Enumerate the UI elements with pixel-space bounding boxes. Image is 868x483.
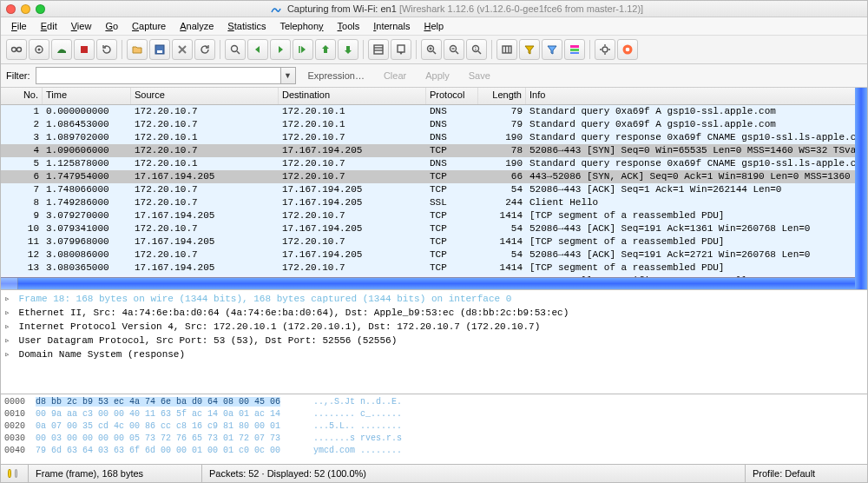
packet-row[interactable]: 21.086453000172.20.10.7172.20.10.1DNS79S… xyxy=(1,118,867,131)
cell-dst: 17.167.194.205 xyxy=(279,143,426,157)
menu-analyze[interactable]: Analyze xyxy=(174,19,219,33)
tree-toggle-icon[interactable]: ▹ xyxy=(4,347,13,361)
go-last-icon[interactable] xyxy=(338,39,358,60)
svg-rect-7 xyxy=(157,50,162,53)
tree-toggle-icon[interactable]: ▹ xyxy=(4,292,13,306)
zoom-reset-icon[interactable]: 1 xyxy=(466,39,487,60)
packet-row[interactable]: 123.080086000172.20.10.717.167.194.205TC… xyxy=(1,248,867,261)
restart-capture-icon[interactable] xyxy=(96,39,117,60)
packet-row[interactable]: 81.749286000172.20.10.717.167.194.205SSL… xyxy=(1,196,867,209)
display-filters-icon[interactable] xyxy=(542,39,562,60)
shark-fin-icon[interactable] xyxy=(51,39,72,60)
svg-text:1: 1 xyxy=(475,46,477,51)
packet-list-body[interactable]: 10.000000000172.20.10.7172.20.10.1DNS79S… xyxy=(1,105,867,277)
cell-time: 1.125878000 xyxy=(43,156,131,170)
menu-capture[interactable]: Capture xyxy=(127,19,171,33)
menu-file[interactable]: File xyxy=(6,19,32,33)
go-first-icon[interactable] xyxy=(315,39,336,60)
go-back-icon[interactable] xyxy=(247,39,268,60)
column-header-time[interactable]: Time xyxy=(43,88,131,104)
packet-row[interactable]: 93.07927000017.167.194.205172.20.10.7TCP… xyxy=(1,209,867,222)
interfaces-icon[interactable] xyxy=(6,39,27,60)
cell-no: 8 xyxy=(1,195,43,209)
tree-toggle-icon[interactable]: ▹ xyxy=(4,320,13,334)
zoom-in-icon[interactable] xyxy=(421,39,442,60)
find-icon[interactable] xyxy=(225,39,246,60)
reload-icon[interactable] xyxy=(194,39,215,60)
stop-capture-icon[interactable] xyxy=(74,39,95,60)
minimize-window-icon[interactable] xyxy=(21,4,30,14)
packet-row[interactable]: 10.000000000172.20.10.7172.20.10.1DNS79S… xyxy=(1,105,867,118)
tree-toggle-icon[interactable]: ▹ xyxy=(4,306,13,320)
cell-dst: 172.20.10.1 xyxy=(279,105,426,119)
packet-bytes-pane[interactable]: 00000010002000300040 d8 bb 2c b9 53 ec 4… xyxy=(1,394,867,464)
column-header-dst[interactable]: Destination xyxy=(279,88,426,104)
tree-item[interactable]: ▹ User Datagram Protocol, Src Port: 53 (… xyxy=(4,334,864,347)
tree-item[interactable]: ▹ Frame 18: 168 bytes on wire (1344 bits… xyxy=(4,292,864,306)
svg-point-10 xyxy=(232,45,238,51)
status-profile-seg[interactable]: Profile: Default xyxy=(746,465,867,482)
cell-proto: DNS xyxy=(426,156,478,170)
colorize-icon[interactable] xyxy=(368,39,389,60)
expert-info-icon[interactable] xyxy=(15,469,18,478)
column-header-proto[interactable]: Protocol xyxy=(426,88,478,104)
vertical-scrollbar[interactable] xyxy=(855,88,867,289)
tree-item[interactable]: ▹ Internet Protocol Version 4, Src: 172.… xyxy=(4,320,864,334)
packet-list-header[interactable]: No.TimeSourceDestinationProtocolLengthIn… xyxy=(1,88,867,105)
column-header-src[interactable]: Source xyxy=(131,88,279,104)
open-icon[interactable] xyxy=(127,39,148,60)
packet-detail-pane[interactable]: ▹ Frame 18: 168 bytes on wire (1344 bits… xyxy=(1,290,867,394)
packet-row[interactable]: 133.08036500017.167.194.205172.20.10.7TC… xyxy=(1,261,867,275)
help-icon[interactable] xyxy=(617,39,638,60)
cell-len: 1414 xyxy=(478,208,526,222)
cell-time: 1.090606000 xyxy=(43,143,131,157)
horizontal-scrollbar[interactable] xyxy=(1,277,867,289)
capture-options-icon[interactable] xyxy=(29,39,49,60)
cell-src: 172.20.10.7 xyxy=(131,248,279,261)
filter-dropdown-icon[interactable]: ▼ xyxy=(280,67,296,84)
menu-edit[interactable]: Edit xyxy=(36,19,62,33)
go-jump-icon[interactable] xyxy=(293,39,313,60)
close-window-icon[interactable] xyxy=(6,4,16,14)
coloring-rules-icon[interactable] xyxy=(564,39,585,60)
menu-telephony[interactable]: Telephony xyxy=(274,19,328,33)
close-icon[interactable] xyxy=(172,39,193,60)
display-filter-input[interactable] xyxy=(36,67,280,84)
column-header-no[interactable]: No. xyxy=(1,88,43,104)
packet-row[interactable]: 113.07996800017.167.194.205172.20.10.7TC… xyxy=(1,235,867,248)
apply-button[interactable]: Apply xyxy=(418,69,457,83)
scroll-thumb[interactable] xyxy=(1,278,18,289)
menu-view[interactable]: View xyxy=(66,19,97,33)
zoom-out-icon[interactable] xyxy=(444,39,464,60)
column-header-len[interactable]: Length xyxy=(478,88,526,104)
menu-statistics[interactable]: Statistics xyxy=(222,19,271,33)
packet-row[interactable]: 71.748066000172.20.10.717.167.194.205TCP… xyxy=(1,183,867,196)
cell-time: 1.089702000 xyxy=(43,130,131,144)
capture-running-icon[interactable] xyxy=(8,469,11,478)
capture-filters-icon[interactable] xyxy=(519,39,540,60)
packet-row[interactable]: 51.125878000172.20.10.1172.20.10.7DNS190… xyxy=(1,157,867,170)
column-header-info[interactable]: Info xyxy=(526,88,867,104)
auto-scroll-icon[interactable] xyxy=(391,39,411,60)
go-forward-icon[interactable] xyxy=(270,39,291,60)
cell-src: 172.20.10.7 xyxy=(131,182,279,196)
tree-toggle-icon[interactable]: ▹ xyxy=(4,334,13,347)
tree-item[interactable]: ▹ Domain Name System (response) xyxy=(4,347,864,361)
menu-go[interactable]: Go xyxy=(100,19,123,33)
preferences-icon[interactable] xyxy=(595,39,615,60)
packet-row[interactable]: 41.090606000172.20.10.717.167.194.205TCP… xyxy=(1,144,867,157)
clear-button[interactable]: Clear xyxy=(377,69,413,83)
menu-internals[interactable]: Internals xyxy=(368,19,415,33)
packet-row[interactable]: 103.079341000172.20.10.717.167.194.205TC… xyxy=(1,222,867,235)
tree-item[interactable]: ▹ Ethernet II, Src: 4a:74:6e:ba:d0:64 (4… xyxy=(4,306,864,320)
expression-button[interactable]: Expression… xyxy=(301,69,372,83)
menu-tools[interactable]: Tools xyxy=(332,19,365,33)
resize-columns-icon[interactable] xyxy=(496,39,517,60)
cell-src: 172.20.10.1 xyxy=(131,130,279,144)
packet-row[interactable]: 61.74795400017.167.194.205172.20.10.7TCP… xyxy=(1,170,867,183)
packet-row[interactable]: 31.089702000172.20.10.1172.20.10.7DNS190… xyxy=(1,131,867,144)
save-filter-button[interactable]: Save xyxy=(462,69,497,83)
save-icon[interactable] xyxy=(149,39,170,60)
zoom-window-icon[interactable] xyxy=(36,4,45,14)
menu-help[interactable]: Help xyxy=(418,19,449,33)
